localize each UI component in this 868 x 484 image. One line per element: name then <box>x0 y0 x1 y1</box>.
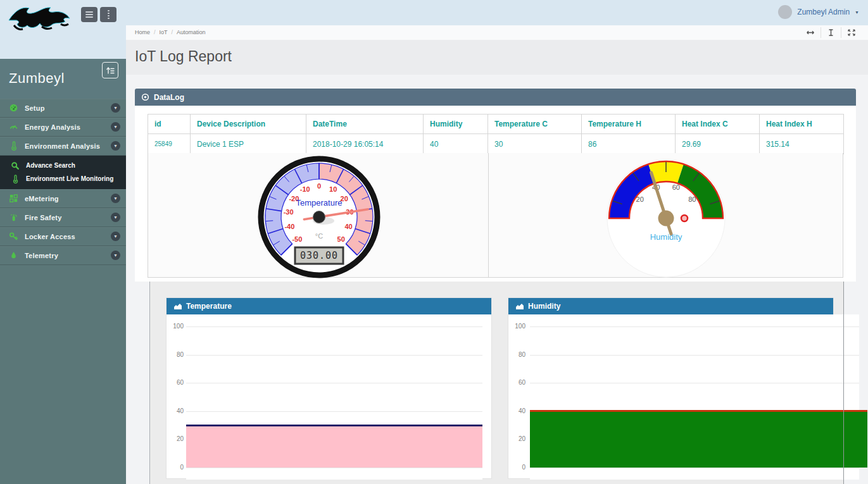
grid-line <box>186 326 482 327</box>
gauge-row: -50-40-30-20-1001020304050Temperature°C0… <box>148 153 843 278</box>
gauge-title: Temperature <box>296 198 343 208</box>
temperature-plot-area <box>186 314 482 480</box>
gauge-red-dot <box>681 215 688 221</box>
chevron-down-icon[interactable]: ▼ <box>111 194 120 203</box>
y-tick-label: 20 <box>167 435 184 442</box>
thermometer-icon <box>9 175 20 183</box>
col-header-id: id <box>148 115 191 134</box>
col-header-temperature-h: Temperature H <box>582 115 676 134</box>
breadcrumb-separator: / <box>154 29 156 35</box>
breadcrumb-automation[interactable]: Automation <box>177 29 206 35</box>
user-name[interactable]: Zumbeyl Admin <box>797 8 850 16</box>
topbar: Zumbeyl Admin ▼ <box>0 0 868 25</box>
area-chart-icon <box>516 303 524 309</box>
gauge-tick-label: 50 <box>337 235 345 243</box>
chevron-down-icon[interactable]: ▼ <box>111 103 120 113</box>
y-tick-label: 40 <box>167 407 184 414</box>
vertical-dots-button[interactable] <box>100 7 116 22</box>
target-circle-icon <box>141 93 149 101</box>
resize-horizontal-icon[interactable] <box>800 27 821 38</box>
gauge-tick-label: 20 <box>636 195 644 203</box>
gauge-tick-label: -50 <box>292 235 302 243</box>
sidebar-item-setup[interactable]: Setup ▼ <box>0 99 126 118</box>
sidebar-nav: Setup ▼ Energy Analysis ▼ Environment An… <box>0 99 126 265</box>
brand-logo <box>4 1 77 37</box>
gauge-tick-label: 80 <box>688 195 696 203</box>
grid-line <box>186 468 482 468</box>
expand-fullscreen-icon[interactable] <box>841 27 862 38</box>
page-title: IoT Log Report <box>135 48 232 65</box>
grid-line <box>530 383 859 383</box>
panel-title: DataLog <box>154 93 184 102</box>
avatar[interactable] <box>778 5 792 19</box>
breadcrumb-home[interactable]: Home <box>135 29 150 35</box>
charts-section: Temperature 100806040200 Humidity 100806… <box>149 282 844 484</box>
droplet-icon <box>8 251 19 260</box>
temperature-chart-card: Temperature 100806040200 <box>166 297 492 479</box>
area-chart-icon <box>174 303 182 309</box>
gauge-tick-label: 0 <box>317 182 321 190</box>
chart-title: Temperature <box>186 302 232 311</box>
sidebar-top <box>0 0 126 59</box>
humidity-chart-header: Humidity <box>508 298 833 314</box>
gauge-readout-value: 030.00 <box>300 250 338 261</box>
breadcrumb: Home / IoT / Automation <box>135 29 206 35</box>
chevron-down-icon[interactable]: ▼ <box>111 213 120 222</box>
dashboard-icon <box>8 103 19 113</box>
search-icon <box>9 161 20 170</box>
chevron-down-icon[interactable]: ▼ <box>855 10 859 15</box>
cell-heat-index-c: 29.69 <box>676 134 760 154</box>
chart-title: Humidity <box>528 302 560 311</box>
sidebar: Zumbeyl Setup ▼ Energy Analysis ▼ En <box>0 0 126 484</box>
humidity-plot-area <box>530 314 859 480</box>
grid-line <box>530 468 859 468</box>
y-tick-label: 100 <box>167 323 184 330</box>
user-menu[interactable]: Zumbeyl Admin ▼ <box>778 5 859 19</box>
datalog-panel-body: id Device Description DateTime Humidity … <box>135 106 856 282</box>
datalog-panel-header[interactable]: DataLog <box>135 89 856 106</box>
table-header-row: id Device Description DateTime Humidity … <box>148 115 844 134</box>
grid-line <box>186 411 482 412</box>
y-tick-label: 100 <box>509 323 525 330</box>
sidebar-brand-block: Zumbeyl <box>0 59 126 99</box>
cell-heat-index-h: 315.14 <box>760 134 844 154</box>
sidebar-item-energy-analysis[interactable]: Energy Analysis ▼ <box>0 118 126 137</box>
breadcrumb-iot[interactable]: IoT <box>160 29 168 35</box>
environment-analysis-submenu: Advance Search Environment Live Monitori… <box>0 156 126 189</box>
hamburger-menu-button[interactable] <box>81 7 97 22</box>
brand-name: Zumbeyl <box>9 70 65 87</box>
table-row: 25849 Device 1 ESP 2018-10-29 16:05:14 4… <box>148 134 844 154</box>
sidebar-item-fire-safety[interactable]: Fire Safety ▼ <box>0 208 126 227</box>
thermometer-icon <box>8 141 19 151</box>
col-header-datetime: DateTime <box>306 115 424 134</box>
breadcrumb-bar: Home / IoT / Automation <box>126 25 868 40</box>
col-header-heat-index-c: Heat Index C <box>676 115 760 134</box>
sidebar-item-locker-access[interactable]: Locker Access ▼ <box>0 227 126 246</box>
grid-line <box>186 355 482 356</box>
chevron-down-icon[interactable]: ▼ <box>111 122 120 132</box>
y-tick-label: 0 <box>509 464 525 471</box>
gauge-title: Humidity <box>650 232 682 242</box>
chevron-down-icon[interactable]: ▼ <box>111 141 120 151</box>
y-tick-label: 0 <box>167 464 184 471</box>
sidebar-item-telemetry[interactable]: Telemetry ▼ <box>0 246 126 265</box>
cell-temperature-h: 86 <box>582 134 676 154</box>
gauge-hub <box>658 211 674 226</box>
sidebar-item-environment-analysis[interactable]: Environment Analysis ▼ <box>0 137 126 156</box>
sidebar-subitem-environment-live-monitoring[interactable]: Environment Live Monitoring <box>0 172 126 185</box>
grid-line <box>186 383 482 383</box>
chevron-down-icon[interactable]: ▼ <box>111 232 120 241</box>
sidebar-subitem-advance-search[interactable]: Advance Search <box>0 159 126 172</box>
sort-indent-icon[interactable] <box>102 62 118 78</box>
sidebar-item-emetering[interactable]: eMetering ▼ <box>0 189 126 208</box>
text-height-icon[interactable] <box>821 27 841 38</box>
y-tick-label: 60 <box>167 379 184 386</box>
col-header-heat-index-h: Heat Index H <box>760 115 844 134</box>
chevron-down-icon[interactable]: ▼ <box>111 251 120 260</box>
cell-temperature-c: 30 <box>488 134 582 154</box>
y-tick-label: 60 <box>509 379 525 386</box>
cell-humidity: 40 <box>424 134 488 154</box>
cell-id: 25849 <box>148 134 191 154</box>
humidity-chart-card: Humidity 100806040200 <box>508 297 834 479</box>
grid-line <box>530 355 859 356</box>
